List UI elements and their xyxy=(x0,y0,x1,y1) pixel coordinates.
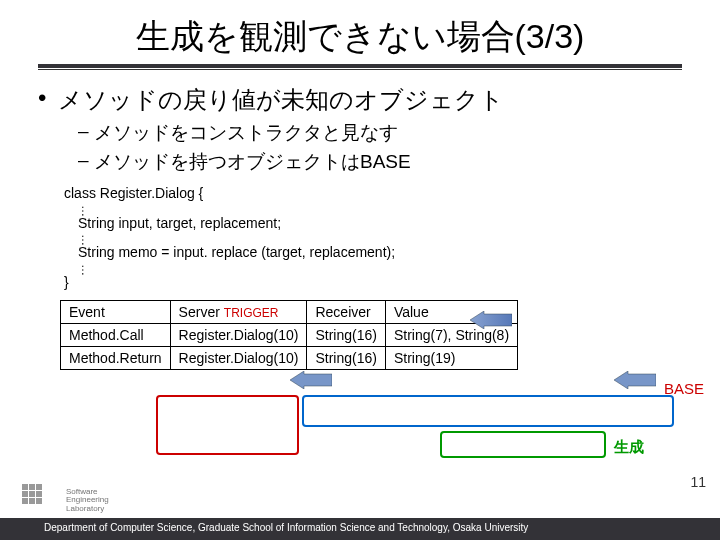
divider-thin xyxy=(38,69,682,70)
vdots-icon: … xyxy=(80,234,90,242)
gen-label: 生成 xyxy=(614,438,644,457)
arrow-icon xyxy=(470,311,512,329)
cell-event: Method.Call xyxy=(61,323,171,346)
svg-marker-2 xyxy=(614,371,656,389)
svg-marker-0 xyxy=(470,311,512,329)
th-receiver: Receiver xyxy=(307,300,385,323)
bullet-l1: メソッドの戻り値が未知のオブジェクト xyxy=(38,84,702,116)
base-label: BASE xyxy=(664,380,704,397)
table-row: Method.Call Register.Dialog(10) String(1… xyxy=(61,323,518,346)
trigger-label: TRIGGER xyxy=(224,306,279,320)
logo-icon xyxy=(22,484,64,516)
code-l1: String input, target, replacement; xyxy=(64,213,702,235)
event-table: Event ServerTRIGGER Receiver Value Metho… xyxy=(60,300,518,370)
cell-receiver: String(16) xyxy=(307,323,385,346)
highlight-gen xyxy=(440,431,606,458)
highlight-server xyxy=(156,395,299,455)
cell-server: Register.Dialog(10) xyxy=(170,323,307,346)
cell-receiver: String(16) xyxy=(307,346,385,369)
arrow-icon xyxy=(614,371,656,389)
page-number: 11 xyxy=(690,474,706,490)
highlight-call-row xyxy=(302,395,674,427)
slide-title: 生成を観測できない場合(3/3) xyxy=(18,14,702,60)
vdots-icon: … xyxy=(80,264,90,272)
divider-thick xyxy=(38,64,682,68)
table-row: Method.Return Register.Dialog(10) String… xyxy=(61,346,518,369)
svg-marker-1 xyxy=(290,371,332,389)
code-block: class Register.Dialog { … String input, … xyxy=(64,183,702,294)
code-close: } xyxy=(64,272,702,294)
arrow-icon xyxy=(290,371,332,389)
th-server: ServerTRIGGER xyxy=(170,300,307,323)
footer: Department of Computer Science, Graduate… xyxy=(0,518,720,540)
vdots-icon: … xyxy=(80,205,90,213)
cell-event: Method.Return xyxy=(61,346,171,369)
code-l2: String memo = input. replace (target, re… xyxy=(64,242,702,264)
cell-value: String(19) xyxy=(385,346,517,369)
bullet-l2b: メソッドを持つオブジェクトはBASE xyxy=(78,149,702,175)
slide: 生成を観測できない場合(3/3) メソッドの戻り値が未知のオブジェクト メソッド… xyxy=(0,0,720,540)
logo-text: SoftwareEngineeringLaboratory xyxy=(66,488,109,514)
cell-server: Register.Dialog(10) xyxy=(170,346,307,369)
bullet-l2a: メソッドをコンストラクタと見なす xyxy=(78,120,702,146)
code-decl: class Register.Dialog { xyxy=(64,183,702,205)
th-event: Event xyxy=(61,300,171,323)
table-row: Event ServerTRIGGER Receiver Value xyxy=(61,300,518,323)
